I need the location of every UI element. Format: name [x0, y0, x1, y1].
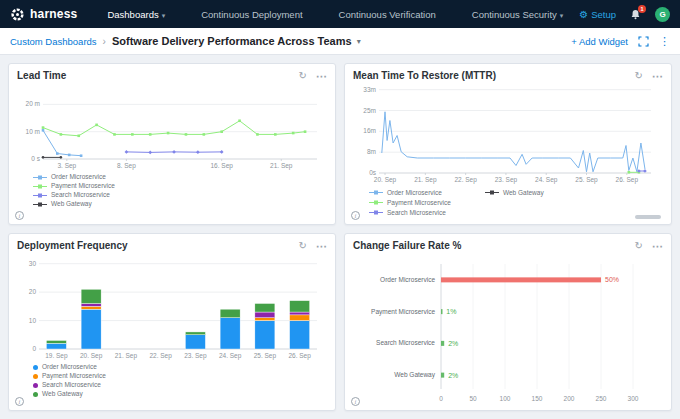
- deployment-frequency-legend: Order MicroservicePayment MicroserviceSe…: [17, 360, 327, 398]
- legend-dot-icon: [33, 392, 38, 397]
- lead-time-legend: Order MicroservicePayment MicroserviceSe…: [17, 170, 327, 208]
- legend-item[interactable]: Search Microservice: [369, 209, 451, 217]
- svg-text:20. Sep: 20. Sep: [374, 176, 397, 184]
- legend-label: Payment Microservice: [42, 372, 106, 380]
- widget-menu-icon[interactable]: ⋯: [316, 71, 327, 81]
- svg-text:Web Gateway: Web Gateway: [394, 371, 435, 379]
- info-icon[interactable]: i: [15, 211, 24, 220]
- harness-brand[interactable]: harness: [10, 7, 77, 22]
- svg-text:8m: 8m: [367, 148, 376, 155]
- legend-label: Search Microservice: [42, 381, 101, 389]
- info-icon[interactable]: i: [351, 211, 360, 220]
- svg-text:22. Sep: 22. Sep: [454, 176, 477, 184]
- legend-item[interactable]: Web Gateway: [33, 200, 327, 208]
- svg-text:25. Sep: 25. Sep: [254, 352, 277, 360]
- svg-text:100: 100: [500, 395, 511, 402]
- setup-button[interactable]: ⚙ Setup: [579, 9, 616, 20]
- nav-continuous-verification[interactable]: Continuous Verification: [339, 9, 436, 20]
- svg-text:0s: 0s: [369, 169, 377, 176]
- widget-title: Lead Time: [17, 70, 66, 81]
- info-icon[interactable]: i: [15, 397, 24, 406]
- svg-text:0: 0: [439, 395, 443, 402]
- page-title: Software Delivery Performance Across Tea…: [112, 35, 352, 47]
- refresh-icon[interactable]: ↻: [635, 71, 643, 81]
- svg-text:23. Sep: 23. Sep: [495, 176, 518, 184]
- legend-item[interactable]: Web Gateway: [485, 189, 544, 197]
- breadcrumb-custom-dashboards[interactable]: Custom Dashboards: [10, 36, 97, 47]
- widget-header: Change Failure Rate % ↻ ⋯: [353, 239, 663, 252]
- legend-label: Web Gateway: [503, 189, 544, 197]
- svg-text:21. Sep: 21. Sep: [115, 352, 138, 360]
- svg-text:1%: 1%: [446, 308, 456, 315]
- widget-header: Deployment Frequency ↻ ⋯: [17, 239, 327, 252]
- legend-label: Payment Microservice: [51, 182, 115, 190]
- legend-item[interactable]: Payment Microservice: [33, 372, 327, 380]
- breadcrumb-separator: ›: [103, 36, 106, 47]
- widget-change-failure-rate: Change Failure Rate % ↻ ⋯ 05010015020025…: [344, 233, 672, 411]
- fullscreen-icon[interactable]: [638, 36, 649, 47]
- legend-label: Web Gateway: [51, 200, 92, 208]
- setup-label: Setup: [591, 9, 616, 20]
- legend-item[interactable]: Search Microservice: [33, 191, 327, 199]
- dashboard-grid: Lead Time ↻ ⋯ 0 s10 m20 m3. Sep8. Sep16.…: [0, 55, 680, 419]
- widget-menu-icon[interactable]: ⋯: [652, 71, 663, 81]
- notification-badge: 1: [638, 5, 646, 13]
- widget-actions: ↻ ⋯: [299, 241, 327, 251]
- svg-text:24. Sep: 24. Sep: [535, 176, 558, 184]
- legend-item[interactable]: Order Microservice: [33, 173, 327, 181]
- svg-text:20: 20: [29, 288, 37, 295]
- svg-text:200: 200: [564, 395, 575, 402]
- widget-actions: ↻ ⋯: [635, 241, 663, 251]
- legend-item[interactable]: Order Microservice: [369, 189, 451, 197]
- svg-text:50%: 50%: [605, 276, 619, 283]
- legend-item[interactable]: Search Microservice: [33, 381, 327, 389]
- more-options-icon[interactable]: ⋮: [659, 35, 670, 48]
- legend-item[interactable]: Payment Microservice: [369, 199, 451, 207]
- svg-text:16. Sep: 16. Sep: [210, 162, 233, 170]
- refresh-icon[interactable]: ↻: [299, 71, 307, 81]
- refresh-icon[interactable]: ↻: [299, 241, 307, 251]
- svg-text:20 m: 20 m: [26, 100, 40, 107]
- svg-text:26. Sep: 26. Sep: [288, 352, 311, 360]
- widget-title: Change Failure Rate %: [353, 240, 461, 251]
- widget-header: Lead Time ↻ ⋯: [17, 69, 327, 82]
- nav-continuous-security[interactable]: Continuous Security▾: [472, 9, 564, 20]
- legend-label: Order Microservice: [387, 189, 442, 197]
- svg-text:2%: 2%: [448, 372, 458, 379]
- widget-menu-icon[interactable]: ⋯: [316, 241, 327, 251]
- nav-dashboards[interactable]: Dashboards▾: [107, 9, 165, 20]
- widget-deployment-frequency: Deployment Frequency ↻ ⋯ 010203019. Sep2…: [8, 233, 336, 411]
- notifications-button[interactable]: 1: [630, 9, 641, 20]
- widget-actions: ↻ ⋯: [635, 71, 663, 81]
- deployment-frequency-chart: 010203019. Sep20. Sep21. Sep22. Sep23. S…: [17, 254, 325, 360]
- main-nav: Dashboards▾ Continuous Deployment Contin…: [107, 9, 563, 20]
- nav-right-actions: ⚙ Setup 1 G: [579, 7, 670, 22]
- mttr-legend: Order MicroservicePayment MicroserviceSe…: [353, 184, 663, 217]
- breadcrumb-bar: Custom Dashboards › Software Delivery Pe…: [0, 28, 680, 55]
- svg-text:21. Sep: 21. Sep: [270, 162, 293, 170]
- nav-dashboards-label: Dashboards: [107, 9, 158, 20]
- info-icon[interactable]: i: [351, 397, 360, 406]
- chart-horizontal-scrollbar[interactable]: [635, 215, 661, 219]
- widget-menu-icon[interactable]: ⋯: [652, 241, 663, 251]
- legend-item[interactable]: Order Microservice: [33, 363, 327, 371]
- svg-text:8. Sep: 8. Sep: [117, 162, 136, 170]
- refresh-icon[interactable]: ↻: [635, 241, 643, 251]
- legend-label: Search Microservice: [387, 209, 446, 217]
- legend-label: Web Gateway: [42, 390, 83, 398]
- title-dropdown-icon[interactable]: ▾: [357, 37, 361, 46]
- legend-swatch-icon: [485, 189, 499, 196]
- chevron-down-icon: ▾: [162, 12, 166, 19]
- legend-item[interactable]: Web Gateway: [33, 390, 327, 398]
- svg-text:33m: 33m: [363, 86, 376, 93]
- nav-continuous-deployment[interactable]: Continuous Deployment: [201, 9, 302, 20]
- legend-dot-icon: [33, 365, 38, 370]
- widget-header: Mean Time To Restore (MTTR) ↻ ⋯: [353, 69, 663, 82]
- legend-item[interactable]: Payment Microservice: [33, 182, 327, 190]
- svg-text:22. Sep: 22. Sep: [149, 352, 172, 360]
- svg-text:19. Sep: 19. Sep: [45, 352, 68, 360]
- svg-text:50: 50: [469, 395, 477, 402]
- add-widget-button[interactable]: + Add Widget: [571, 36, 628, 47]
- lead-time-chart: 0 s10 m20 m3. Sep8. Sep16. Sep21. Sep: [17, 84, 325, 170]
- user-avatar[interactable]: G: [655, 7, 670, 22]
